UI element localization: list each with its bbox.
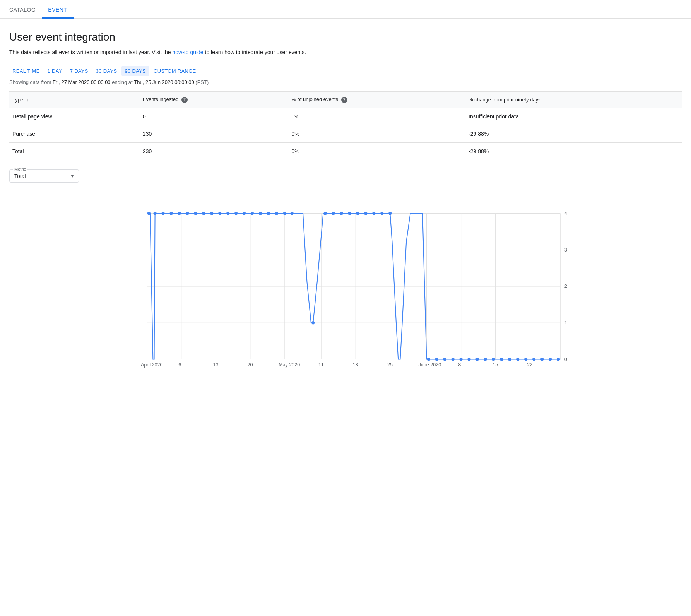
chart-dot xyxy=(332,212,335,215)
chart-dot xyxy=(443,358,446,361)
col-header-events-ingested: Events ingested ? xyxy=(137,92,285,108)
chart-dot xyxy=(194,212,197,215)
chart-dot xyxy=(380,212,383,215)
chart-dot xyxy=(356,212,359,215)
cell-change-pct: Insufficient prior data xyxy=(462,108,682,125)
cell-change-pct: -29.88% xyxy=(462,125,682,142)
time-filter-bar: REAL TIME 1 DAY 7 DAYS 30 DAYS 90 DAYS C… xyxy=(9,66,682,76)
chart-dot xyxy=(475,358,479,361)
filter-real-time[interactable]: REAL TIME xyxy=(9,66,43,76)
metric-value: Total xyxy=(14,173,26,179)
chart-dot xyxy=(508,358,511,361)
events-ingested-help-icon[interactable]: ? xyxy=(181,97,188,103)
table-row: Detail page view 0 0% Insufficient prior… xyxy=(9,108,682,125)
chart-dot xyxy=(311,321,315,324)
col-header-unjoined-pct: % of unjoined events ? xyxy=(285,92,462,108)
chart-dot xyxy=(549,358,552,361)
filter-90-days[interactable]: 90 DAYS xyxy=(121,66,149,76)
chart-dot xyxy=(348,212,351,215)
chart-dot xyxy=(267,212,270,215)
y-axis-label-2: 2 xyxy=(564,284,567,289)
chart-dot xyxy=(340,212,343,215)
cell-unjoined-pct: 0% xyxy=(285,142,462,160)
y-axis-label-0: 0 xyxy=(564,357,567,362)
chart-dot xyxy=(467,358,470,361)
x-axis-label-22: 22 xyxy=(527,362,532,368)
chart-dot xyxy=(492,358,495,361)
chart-dot xyxy=(459,358,462,361)
chart-dot xyxy=(210,212,213,215)
filter-30-days[interactable]: 30 DAYS xyxy=(93,66,120,76)
chart-dot xyxy=(372,212,375,215)
filter-custom-range[interactable]: CUSTOM RANGE xyxy=(151,66,199,76)
cell-type: Purchase xyxy=(9,125,137,142)
chart-dot xyxy=(364,212,367,215)
chart-dot xyxy=(435,358,438,361)
chart-dot xyxy=(275,212,278,215)
line-chart: .grid-line { stroke: #e0e0e0; stroke-wid… xyxy=(9,201,682,371)
cell-unjoined-pct: 0% xyxy=(285,125,462,142)
cell-type: Total xyxy=(9,142,137,160)
chart-dot xyxy=(259,212,262,215)
table-row: Purchase 230 0% -29.88% xyxy=(9,125,682,142)
chart-dot xyxy=(243,212,246,215)
chart-dot xyxy=(226,212,229,215)
x-axis-label-8: 8 xyxy=(458,362,461,368)
chart-dot xyxy=(451,358,454,361)
cell-change-pct: -29.88% xyxy=(462,142,682,160)
chart-dot xyxy=(323,212,327,215)
chart-dot xyxy=(202,212,205,215)
x-axis-label-20: 20 xyxy=(247,362,253,368)
y-axis-label-3: 3 xyxy=(564,247,567,253)
cell-unjoined-pct: 0% xyxy=(285,108,462,125)
chart-dot xyxy=(540,358,544,361)
chart-dot xyxy=(178,212,181,215)
top-navigation: CATALOG EVENT xyxy=(0,0,691,19)
chart-dot xyxy=(147,212,151,215)
chart-dot xyxy=(186,212,189,215)
unjoined-pct-help-icon[interactable]: ? xyxy=(341,97,347,103)
filter-1-day[interactable]: 1 DAY xyxy=(44,66,65,76)
x-axis-label-11: 11 xyxy=(318,362,324,368)
chart-dot xyxy=(516,358,519,361)
cell-events-ingested: 230 xyxy=(137,125,285,142)
how-to-guide-link[interactable]: how-to guide xyxy=(172,49,203,55)
x-axis-label-april: April 2020 xyxy=(141,362,163,368)
chart-dot xyxy=(234,212,238,215)
tab-catalog[interactable]: CATALOG xyxy=(9,7,42,19)
table-row: Total 230 0% -29.88% xyxy=(9,142,682,160)
chart-dot xyxy=(524,358,527,361)
chart-dot xyxy=(283,212,286,215)
chart-dot xyxy=(161,212,164,215)
y-axis-label-1: 1 xyxy=(564,320,567,325)
x-axis-label-18: 18 xyxy=(353,362,358,368)
date-range-display: Showing data from Fri, 27 Mar 2020 00:00… xyxy=(9,79,682,85)
x-axis-label-25: 25 xyxy=(387,362,393,368)
chart-dot xyxy=(500,358,503,361)
chart-dot xyxy=(532,358,535,361)
cell-events-ingested: 0 xyxy=(137,108,285,125)
x-axis-label-may: May 2020 xyxy=(279,362,300,368)
col-header-type: Type ↑ xyxy=(9,92,137,108)
x-axis-label-13: 13 xyxy=(213,362,218,368)
metric-dropdown[interactable]: Metric Total ▼ xyxy=(9,169,79,183)
chart-dot xyxy=(427,358,430,361)
events-table: Type ↑ Events ingested ? % of unjoined e… xyxy=(9,91,682,160)
table-header-row: Type ↑ Events ingested ? % of unjoined e… xyxy=(9,92,682,108)
sort-icon[interactable]: ↑ xyxy=(26,97,29,103)
cell-events-ingested: 230 xyxy=(137,142,285,160)
chart-dot xyxy=(388,212,392,215)
cell-type: Detail page view xyxy=(9,108,137,125)
filter-7-days[interactable]: 7 DAYS xyxy=(67,66,91,76)
x-axis-label-15: 15 xyxy=(493,362,498,368)
chart-svg: .grid-line { stroke: #e0e0e0; stroke-wid… xyxy=(9,201,682,371)
page-description: This data reflects all events written or… xyxy=(9,48,682,56)
chart-dot xyxy=(484,358,487,361)
chart-dot xyxy=(169,212,173,215)
metric-label: Metric xyxy=(13,167,27,171)
tab-event[interactable]: EVENT xyxy=(42,7,73,19)
main-content: User event integration This data reflect… xyxy=(0,19,691,384)
chevron-down-icon: ▼ xyxy=(70,173,75,179)
page-title: User event integration xyxy=(9,31,682,43)
x-axis-label-june: June 2020 xyxy=(419,362,441,368)
